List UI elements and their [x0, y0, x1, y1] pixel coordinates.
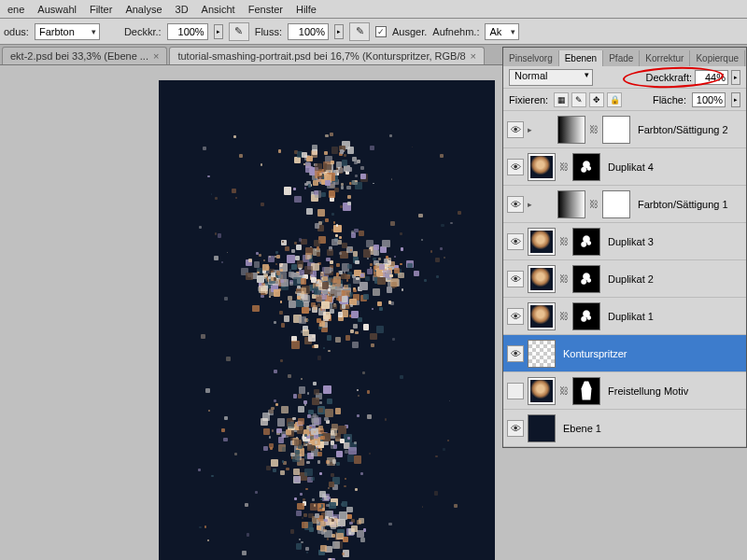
- link-icon: ⛓: [559, 273, 569, 284]
- lock-all-icon[interactable]: 🔒: [607, 92, 622, 107]
- layer-name[interactable]: Ebene 1: [559, 423, 742, 434]
- opacity-label: Deckkr.:: [124, 26, 162, 37]
- mask-thumb[interactable]: [572, 265, 600, 293]
- close-icon[interactable]: ×: [471, 50, 476, 62]
- layer-blend-select[interactable]: Normal: [509, 69, 593, 86]
- layer-name[interactable]: Duplikat 4: [604, 161, 742, 173]
- layer-row[interactable]: 👁▸⛓Farbton/Sättigung 2: [503, 111, 746, 148]
- layer-thumb[interactable]: [528, 302, 556, 330]
- layer-row[interactable]: 👁▸⛓Farbton/Sättigung 1: [503, 186, 746, 223]
- layer-row[interactable]: 👁⛓Duplikat 1: [503, 298, 746, 335]
- panel-tab-kopierque[interactable]: Kopierque: [690, 50, 745, 66]
- flow-field[interactable]: 100%: [288, 23, 329, 40]
- deck-flyout[interactable]: ▸: [731, 70, 740, 85]
- flow-flyout[interactable]: ▸: [334, 24, 344, 39]
- main-menu: eneAuswahlFilterAnalyse3DAnsichtFensterH…: [0, 0, 747, 19]
- deck-label: Deckkraft:: [645, 72, 692, 83]
- layer-row[interactable]: ⛓Freistellung Motiv: [503, 372, 746, 410]
- menu-analyse[interactable]: Analyse: [125, 4, 162, 15]
- layer-name[interactable]: Farbton/Sättigung 1: [634, 199, 742, 210]
- fill-field[interactable]: 100%: [692, 92, 726, 107]
- close-icon[interactable]: ×: [153, 50, 159, 62]
- opacity-flyout[interactable]: ▸: [214, 24, 223, 39]
- menu-fenster[interactable]: Fenster: [248, 4, 283, 15]
- deck-field[interactable]: 44%: [695, 70, 728, 85]
- layer-name[interactable]: Freistellung Motiv: [604, 385, 742, 397]
- panel-tabs: PinselvorgEbenenPfadeKorrekturKopierque: [503, 48, 746, 66]
- link-icon: ⛓: [589, 199, 599, 209]
- visibility-toggle[interactable]: 👁: [507, 345, 524, 362]
- link-icon: ⛓: [589, 124, 599, 134]
- visibility-toggle[interactable]: 👁: [507, 121, 524, 138]
- menu-filter[interactable]: Filter: [90, 4, 112, 15]
- layers-panel: PinselvorgEbenenPfadeKorrekturKopierque …: [502, 47, 747, 448]
- layer-thumb[interactable]: [528, 265, 556, 293]
- visibility-toggle[interactable]: 👁: [507, 420, 524, 437]
- visibility-toggle[interactable]: 👁: [507, 233, 524, 250]
- doc-tab-0[interactable]: ekt-2.psd bei 33,3% (Ebene ...×: [2, 47, 167, 64]
- lock-trans-icon[interactable]: ▦: [554, 92, 569, 107]
- layer-thumb[interactable]: [528, 377, 556, 405]
- panel-tab-ebenen[interactable]: Ebenen: [559, 50, 603, 66]
- layer-row[interactable]: 👁Ebene 1: [503, 410, 746, 447]
- doc-tab-1[interactable]: tutorial-smashing-portrait.psd bei 16,7%…: [169, 47, 485, 64]
- layer-thumb[interactable]: [557, 116, 585, 144]
- sample-select[interactable]: Ak: [485, 23, 519, 40]
- pressure-opacity-icon[interactable]: ✎: [229, 22, 249, 41]
- lock-paint-icon[interactable]: ✎: [571, 92, 586, 107]
- flow-label: Fluss:: [255, 26, 282, 37]
- panel-tab-pinselvorg[interactable]: Pinselvorg: [503, 50, 559, 66]
- layer-row[interactable]: 👁⛓Duplikat 2: [503, 260, 746, 298]
- lock-label: Fixieren:: [509, 94, 548, 105]
- menu-3d[interactable]: 3D: [176, 4, 189, 15]
- mode-label: odus:: [4, 26, 29, 37]
- layer-name[interactable]: Duplikat 3: [604, 236, 742, 247]
- layer-thumb[interactable]: [557, 190, 585, 218]
- link-icon: ⛓: [559, 311, 569, 321]
- visibility-toggle[interactable]: 👁: [507, 196, 524, 213]
- layer-row[interactable]: 👁Konturspritzer: [503, 335, 746, 372]
- link-icon: ⛓: [559, 385, 569, 396]
- mask-thumb[interactable]: [572, 377, 600, 405]
- layer-row[interactable]: 👁⛓Duplikat 4: [503, 148, 746, 186]
- menu-ansicht[interactable]: Ansicht: [202, 4, 235, 15]
- aligned-checkbox[interactable]: ✓: [375, 26, 387, 37]
- artboard[interactable]: [159, 80, 495, 560]
- layer-thumb[interactable]: [528, 153, 556, 181]
- panel-tab-korrektur[interactable]: Korrektur: [640, 50, 690, 66]
- mask-thumb[interactable]: [602, 116, 630, 144]
- layer-thumb[interactable]: [528, 340, 556, 368]
- layer-thumb[interactable]: [528, 414, 556, 442]
- layer-name[interactable]: Konturspritzer: [559, 348, 742, 359]
- aligned-label: Ausger.: [392, 26, 427, 37]
- opacity-field[interactable]: 100%: [167, 23, 208, 40]
- mask-thumb[interactable]: [602, 190, 630, 218]
- visibility-toggle[interactable]: 👁: [507, 308, 524, 325]
- blend-mode-select[interactable]: Farbton: [35, 23, 100, 40]
- layers-list: 👁▸⛓Farbton/Sättigung 2👁⛓Duplikat 4👁▸⛓Far…: [503, 111, 746, 447]
- fill-flyout[interactable]: ▸: [731, 92, 740, 107]
- layer-thumb[interactable]: [528, 228, 556, 256]
- menu-hilfe[interactable]: Hilfe: [296, 4, 317, 15]
- mask-thumb[interactable]: [572, 228, 600, 256]
- visibility-toggle[interactable]: 👁: [507, 159, 524, 175]
- mask-thumb[interactable]: [572, 302, 600, 330]
- airbrush-icon[interactable]: ✎: [349, 22, 370, 41]
- visibility-toggle[interactable]: [507, 383, 524, 399]
- layer-name[interactable]: Farbton/Sättigung 2: [634, 124, 742, 135]
- lock-move-icon[interactable]: ✥: [589, 92, 604, 107]
- link-icon: ⛓: [559, 236, 569, 246]
- visibility-toggle[interactable]: 👁: [507, 271, 524, 287]
- mask-thumb[interactable]: [572, 153, 600, 181]
- menu-ene[interactable]: ene: [7, 4, 24, 15]
- options-bar: odus: Farbton Deckkr.: 100% ▸ ✎ Fluss: 1…: [0, 19, 747, 45]
- menu-auswahl[interactable]: Auswahl: [37, 4, 77, 15]
- fill-label: Fläche:: [653, 94, 686, 105]
- layer-name[interactable]: Duplikat 2: [604, 273, 742, 285]
- sample-label: Aufnehm.:: [432, 26, 479, 37]
- panel-tab-pfade[interactable]: Pfade: [603, 50, 640, 66]
- layer-row[interactable]: 👁⛓Duplikat 3: [503, 223, 746, 260]
- layer-name[interactable]: Duplikat 1: [604, 311, 742, 322]
- link-icon: ⛓: [559, 161, 569, 172]
